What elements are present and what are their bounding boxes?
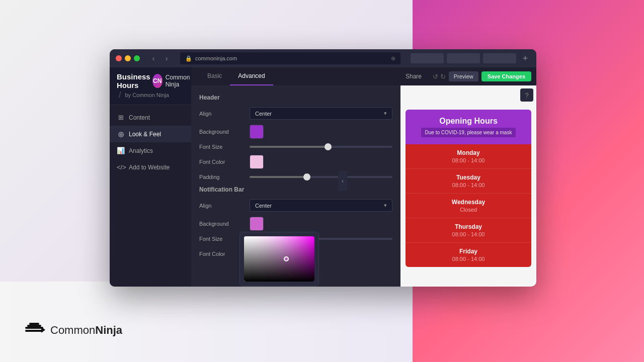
- preview-actions: ↺ ↻ Preview Save Changes: [433, 71, 531, 81]
- sidebar-item-look-feel[interactable]: ◎ Look & Feel: [110, 126, 191, 142]
- align-row: Align Center ▾: [199, 107, 392, 120]
- sidebar-nav: ⊞ Content ◎ Look & Feel 📊 Analytics </> …: [110, 105, 191, 179]
- color-picker-popup: [239, 232, 319, 286]
- tab-basic[interactable]: Basic: [199, 67, 230, 85]
- svg-rect-0: [25, 327, 43, 329]
- font-size-label: Font Size: [199, 144, 250, 150]
- browser-chrome: ‹ › 🔒 commoninja.com ⊕ +: [110, 49, 536, 67]
- app-layout: Business Hours CN Common Ninja ▾ / by Co…: [110, 67, 536, 287]
- widget-hours-tuesday: 08:00 - 14:00: [414, 182, 523, 188]
- notif-align-label: Align: [199, 203, 250, 209]
- browser-nav: ‹ ›: [148, 53, 172, 64]
- app-header: Business Hours CN Common Ninja ▾ / by Co…: [110, 67, 191, 105]
- color-picker-cursor[interactable]: [284, 256, 289, 261]
- font-color-swatch[interactable]: [250, 155, 264, 169]
- browser-window: ‹ › 🔒 commoninja.com ⊕ + Business Hours: [110, 49, 536, 287]
- brand-name-bold: Ninja: [95, 324, 122, 336]
- notif-align-row: Align Center ▾: [199, 199, 392, 212]
- grid-icon: ⊞: [117, 114, 125, 121]
- sidebar-item-analytics[interactable]: 📊 Analytics: [110, 142, 191, 159]
- new-tab-button[interactable]: +: [520, 53, 530, 63]
- chevron-down-icon: ▾: [384, 110, 387, 117]
- sidebar-item-content[interactable]: ⊞ Content: [110, 109, 191, 126]
- bottom-brand: CommonNinja: [25, 323, 122, 338]
- panel-area: Header Align Center ▾ Background: [191, 86, 400, 287]
- tab-stub-3[interactable]: [483, 53, 516, 63]
- widget-hours-thursday: 08:00 - 14:00: [414, 231, 523, 237]
- main-panel: Basic Advanced Header Align Center ▾: [191, 67, 400, 287]
- save-changes-button[interactable]: Save Changes: [481, 71, 531, 81]
- svg-rect-1: [27, 325, 41, 327]
- padding-label: Padding: [199, 174, 250, 180]
- notif-bg-row: Background: [199, 217, 392, 231]
- tab-stub-1[interactable]: [411, 53, 444, 63]
- url-text: commoninja.com: [195, 55, 237, 61]
- brand-name-light: Common: [50, 324, 95, 336]
- widget-title: Opening Hours: [413, 117, 524, 126]
- padding-fill: [250, 176, 307, 178]
- sidebar: Business Hours CN Common Ninja ▾ / by Co…: [110, 67, 191, 287]
- address-bar[interactable]: 🔒 commoninja.com ⊕: [180, 52, 400, 64]
- sidebar-label-add-website: Add to Website: [129, 164, 170, 171]
- preview-area: Share ↺ ↻ Preview Save Changes ? Opening…: [400, 67, 536, 287]
- font-size-track: [250, 146, 392, 148]
- font-color-row: Font Color: [199, 155, 392, 169]
- maximize-button[interactable]: [134, 55, 140, 61]
- preview-button[interactable]: Preview: [449, 71, 478, 81]
- notif-bg-swatch[interactable]: [250, 217, 264, 231]
- sidebar-item-add-website[interactable]: </> Add to Website: [110, 159, 191, 175]
- back-button[interactable]: ‹: [148, 53, 159, 64]
- notif-bg-control: [250, 217, 392, 231]
- bg-decoration-bottom: [0, 282, 413, 362]
- share-label: Share: [406, 73, 422, 80]
- gradient-canvas[interactable]: [244, 236, 314, 282]
- redo-icon[interactable]: ↻: [440, 73, 446, 80]
- help-button[interactable]: ?: [520, 88, 533, 102]
- widget-hours-wednesday: Closed: [414, 207, 523, 213]
- padding-track: [250, 176, 392, 178]
- panel-toggle-button[interactable]: ‹: [338, 171, 347, 191]
- widget-subtitle: Due to COVID-19, please wear a mask: [421, 128, 516, 137]
- notif-bg-label: Background: [199, 221, 250, 227]
- padding-slider[interactable]: [250, 176, 392, 178]
- tab-advanced[interactable]: Advanced: [230, 67, 273, 85]
- browser-tabs: [411, 53, 516, 63]
- svg-rect-2: [29, 323, 39, 325]
- forward-button[interactable]: ›: [161, 53, 172, 64]
- align-select[interactable]: Center ▾: [250, 107, 392, 120]
- title-separator: /: [119, 90, 121, 100]
- widget-day-thursday: Thursday: [414, 223, 523, 230]
- code-icon: </>: [117, 163, 125, 171]
- widget-hours-monday: 08:00 - 14:00: [414, 157, 523, 163]
- widget-day-monday: Monday: [414, 149, 523, 156]
- notif-align-control: Center ▾: [250, 199, 392, 212]
- bg-control: [250, 125, 392, 139]
- analytics-icon: 📊: [117, 147, 125, 154]
- font-size-thumb[interactable]: [325, 143, 332, 150]
- close-button[interactable]: [116, 55, 122, 61]
- app-title: Business Hours: [117, 72, 150, 89]
- font-color-control: [250, 155, 392, 169]
- palette-icon: ◎: [117, 130, 125, 138]
- widget-day-tuesday: Tuesday: [414, 174, 523, 181]
- widget-day-friday: Friday: [414, 248, 523, 255]
- undo-icon[interactable]: ↺: [433, 73, 438, 80]
- widget-row-tuesday: Tuesday 08:00 - 14:00: [406, 169, 531, 194]
- font-size-slider[interactable]: [250, 146, 392, 148]
- background-row: Background: [199, 125, 392, 139]
- font-size-fill: [250, 146, 328, 148]
- widget-row-thursday: Thursday 08:00 - 14:00: [406, 218, 531, 243]
- notif-align-select[interactable]: Center ▾: [250, 199, 392, 212]
- align-control: Center ▾: [250, 107, 392, 120]
- tab-stub-2[interactable]: [447, 53, 480, 63]
- brand-name: CommonNinja: [50, 324, 122, 337]
- user-initials: CN: [153, 77, 162, 84]
- padding-thumb[interactable]: [303, 173, 310, 180]
- minimize-button[interactable]: [125, 55, 131, 61]
- bg-label: Background: [199, 129, 250, 135]
- bg-color-swatch[interactable]: [250, 125, 264, 139]
- svg-marker-4: [41, 327, 45, 333]
- brand-logo: CommonNinja: [25, 323, 122, 338]
- refresh-icons: ↺ ↻: [433, 73, 446, 80]
- notif-chevron-down-icon: ▾: [384, 202, 387, 209]
